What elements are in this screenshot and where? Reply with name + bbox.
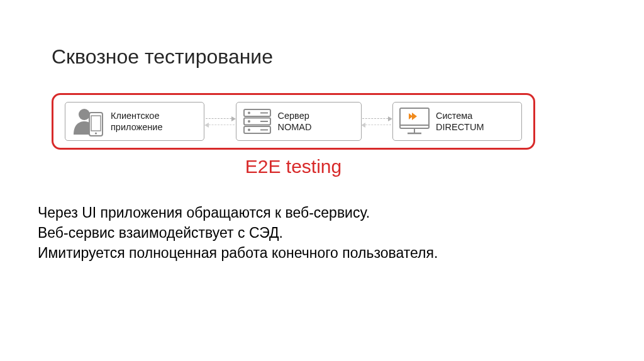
svg-point-0 [79,109,90,120]
slide-title: Сквозное тестирование [52,45,273,69]
svg-point-9 [248,129,250,131]
directum-label: СистемаDIRECTUM [436,110,484,133]
server-node: СерверNOMAD [236,102,362,141]
body-line: Через UI приложения обращаются к веб-сер… [38,203,438,223]
svg-point-3 [95,132,97,134]
client-app-node: Клиентскоеприложение [65,102,204,141]
server-icon [242,108,273,135]
user-phone-icon [70,106,106,137]
body-line: Имитируется полноценная работа конечного… [38,243,438,263]
arrow-right-icon [362,118,391,119]
arrow-server-system [362,118,391,125]
slide-body-text: Через UI приложения обращаются к веб-сер… [38,203,438,264]
arrow-right-icon [206,118,235,119]
directum-node: СистемаDIRECTUM [392,102,522,141]
svg-point-7 [248,112,250,114]
arrow-left-icon [362,125,391,125]
svg-rect-2 [91,116,101,131]
body-line: Веб-сервис взаимодействует с СЭД. [38,223,438,243]
server-label: СерверNOMAD [278,110,312,133]
client-app-label: Клиентскоеприложение [111,110,162,133]
arrow-client-server [206,118,235,125]
e2e-diagram-frame: Клиентскоеприложение СерверNOMAD [52,93,535,150]
arrow-left-icon [206,125,235,125]
e2e-testing-label: E2E testing [52,156,535,177]
monitor-directum-icon [398,106,431,136]
svg-point-8 [248,120,250,123]
